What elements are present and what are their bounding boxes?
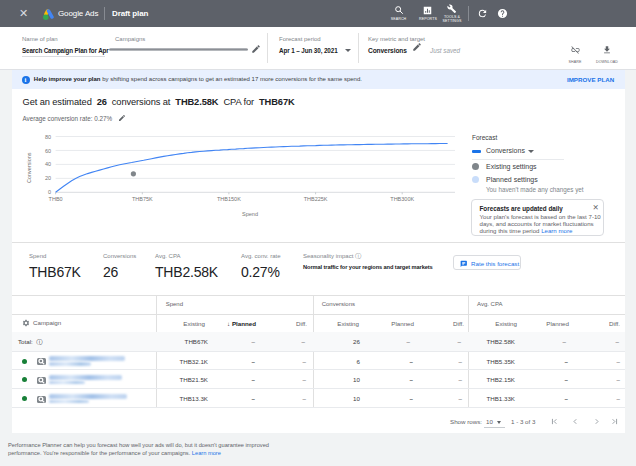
svg-text:0: 0 bbox=[48, 189, 51, 195]
svg-text:Spend: Spend bbox=[242, 211, 258, 217]
svg-text:THB300K: THB300K bbox=[390, 196, 414, 202]
svg-text:THB150K: THB150K bbox=[217, 196, 241, 202]
svg-text:THB0: THB0 bbox=[49, 196, 63, 202]
svg-text:80: 80 bbox=[45, 134, 51, 140]
svg-text:60: 60 bbox=[45, 148, 51, 154]
svg-text:40: 40 bbox=[45, 161, 51, 167]
svg-text:20: 20 bbox=[45, 175, 51, 181]
svg-text:THB225K: THB225K bbox=[304, 196, 328, 202]
svg-text:THB75K: THB75K bbox=[132, 196, 153, 202]
